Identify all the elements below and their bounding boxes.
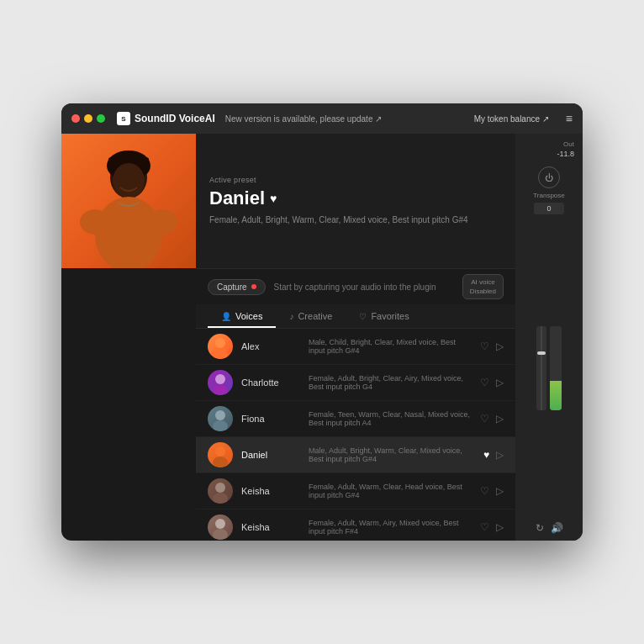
heart-daniel[interactable]: ♥ [483, 449, 489, 461]
favorites-icon: ♡ [359, 312, 367, 321]
voice-name-keisha1: Keisha [241, 486, 300, 496]
avatar-keisha2 [208, 515, 233, 540]
voice-row-fiona[interactable]: Fiona Female, Teen, Warm, Clear, Nasal, … [196, 401, 515, 437]
avatar-keisha1 [208, 478, 233, 504]
capture-button[interactable]: Capture [208, 279, 266, 295]
logo-icon: S [117, 112, 130, 125]
avatar-daniel [208, 442, 233, 467]
active-preset-label: Active preset [209, 176, 502, 184]
voice-row-alex[interactable]: Alex Male, Child, Bright, Clear, Mixed v… [196, 329, 515, 365]
voice-actions-charlotte: ♡ ▷ [480, 377, 504, 388]
menu-icon[interactable]: ≡ [566, 112, 573, 125]
heart-fiona[interactable]: ♡ [480, 413, 489, 425]
voice-row-charlotte[interactable]: Charlotte Female, Adult, Bright, Clear, … [196, 365, 515, 401]
token-balance[interactable]: My token balance ↗ [474, 114, 549, 124]
voices-icon: 👤 [221, 312, 231, 321]
fader-handle[interactable] [537, 351, 546, 355]
svg-point-11 [215, 338, 225, 348]
svg-point-10 [147, 209, 177, 235]
voice-row-keisha1[interactable]: Keisha Female, Adult, Warm, Clear, Head … [196, 473, 515, 509]
voice-tags-daniel: Male, Adult, Bright, Warm, Clear, Mixed … [309, 446, 475, 463]
voice-tags-fiona: Female, Teen, Warm, Clear, Nasal, Mixed … [309, 410, 472, 427]
play-alex[interactable]: ▷ [496, 340, 504, 352]
voice-actions-daniel: ♥ ▷ [483, 449, 504, 461]
preset-info: Active preset Daniel ♥ Female, Adult, Br… [196, 134, 515, 268]
svg-point-15 [215, 410, 225, 420]
svg-point-18 [213, 457, 228, 467]
heart-charlotte[interactable]: ♡ [480, 377, 489, 388]
avatar-charlotte [208, 370, 233, 395]
loop-icon[interactable]: ↻ [536, 522, 544, 534]
play-daniel[interactable]: ▷ [496, 449, 504, 461]
voice-name-fiona: Fiona [241, 414, 300, 424]
fader-control[interactable] [536, 326, 546, 410]
power-button[interactable]: ⏻ [538, 166, 560, 188]
out-value: -11.8 [557, 150, 574, 158]
transpose-section: ⏻ Transpose 0 [533, 166, 565, 214]
voice-tags-keisha2: Female, Adult, Warm, Airy, Mixed voice, … [309, 519, 472, 536]
svg-point-14 [213, 384, 228, 395]
transpose-label: Transpose [533, 192, 565, 199]
svg-point-22 [213, 529, 228, 540]
fader-container [536, 223, 562, 514]
ai-voice-section: AI voice Disabled [462, 274, 504, 299]
heart-keisha1[interactable]: ♡ [480, 485, 489, 497]
heart-keisha2[interactable]: ♡ [480, 521, 489, 533]
svg-point-17 [215, 446, 225, 457]
svg-point-12 [213, 348, 228, 359]
voice-actions-fiona: ♡ ▷ [480, 413, 504, 425]
capture-hint: Start by capturing your audio into the p… [274, 282, 436, 292]
right-panel: Out -11.8 ⏻ Transpose 0 ↻ 🔊 [515, 134, 583, 541]
play-fiona[interactable]: ▷ [496, 413, 504, 425]
svg-point-9 [80, 209, 110, 235]
svg-point-16 [213, 420, 228, 431]
app-logo: S SoundID VoiceAI [117, 112, 215, 125]
voice-actions-alex: ♡ ▷ [480, 340, 504, 352]
out-label: Out [563, 140, 574, 148]
voice-name-alex: Alex [241, 341, 300, 351]
voice-list: Alex Male, Child, Bright, Clear, Mixed v… [196, 329, 515, 541]
title-bar: S SoundID VoiceAI New version is availab… [61, 103, 583, 134]
tabs-row: 👤 Voices ♪ Creative ♡ Favorites [196, 304, 515, 329]
controls-row: ↻ 🔊 [536, 522, 563, 534]
svg-point-13 [215, 374, 225, 384]
voice-actions-keisha2: ♡ ▷ [480, 521, 504, 533]
minimize-button[interactable] [84, 114, 92, 123]
voice-tags-charlotte: Female, Adult, Bright, Clear, Airy, Mixe… [309, 374, 472, 391]
artist-panel [61, 134, 196, 541]
svg-point-19 [215, 483, 225, 493]
tab-voices[interactable]: 👤 Voices [208, 304, 276, 328]
voice-name-charlotte: Charlotte [241, 377, 300, 388]
preset-heart-icon[interactable]: ♥ [270, 192, 277, 205]
svg-point-8 [95, 197, 162, 268]
level-indicator [550, 381, 562, 410]
title-bar-content: S SoundID VoiceAI New version is availab… [117, 112, 573, 125]
svg-point-6 [113, 163, 145, 198]
ai-voice-button[interactable]: AI voice Disabled [462, 274, 504, 299]
fader-track [541, 326, 542, 410]
speaker-icon[interactable]: 🔊 [551, 522, 563, 534]
traffic-lights [71, 114, 105, 123]
heart-alex[interactable]: ♡ [480, 340, 489, 352]
voice-row-keisha2[interactable]: Keisha Female, Adult, Warm, Airy, Mixed … [196, 509, 515, 541]
tab-favorites[interactable]: ♡ Favorites [346, 304, 422, 328]
voice-actions-keisha1: ♡ ▷ [480, 485, 504, 497]
app-title: SoundID VoiceAI [135, 113, 215, 124]
tab-creative[interactable]: ♪ Creative [276, 304, 346, 328]
play-keisha1[interactable]: ▷ [496, 485, 504, 497]
capture-bar: Capture Start by capturing your audio in… [196, 268, 515, 304]
play-charlotte[interactable]: ▷ [496, 377, 504, 388]
transpose-value: 0 [534, 203, 564, 214]
app-window: S SoundID VoiceAI New version is availab… [61, 103, 583, 541]
play-keisha2[interactable]: ▷ [496, 521, 504, 533]
preset-tags: Female, Adult, Bright, Warm, Clear, Mixe… [209, 214, 502, 226]
avatar-alex [208, 334, 233, 359]
creative-icon: ♪ [289, 312, 293, 321]
close-button[interactable] [71, 114, 80, 123]
update-notice: New version is available, please update … [225, 114, 464, 124]
preset-name: Daniel ♥ [209, 187, 502, 209]
maximize-button[interactable] [97, 114, 105, 123]
svg-point-20 [213, 493, 228, 504]
capture-dot [251, 284, 256, 289]
voice-row-daniel[interactable]: Daniel Male, Adult, Bright, Warm, Clear,… [196, 437, 515, 473]
